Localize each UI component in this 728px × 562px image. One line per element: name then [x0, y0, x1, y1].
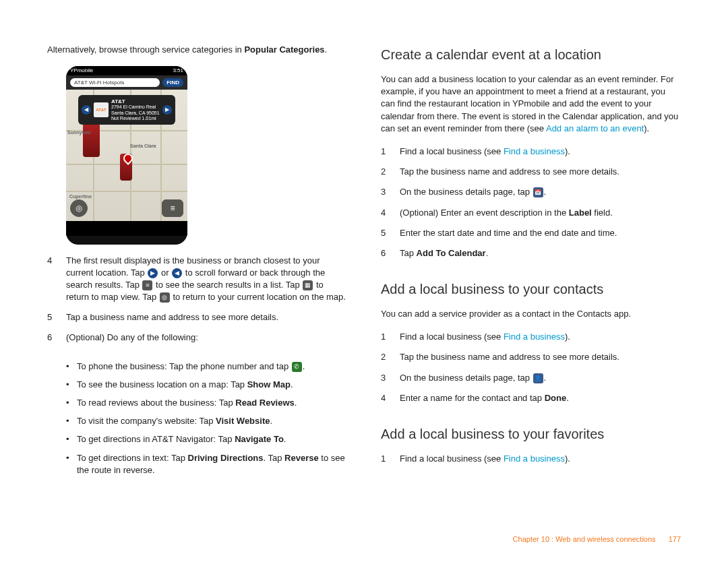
step-number: 3	[381, 186, 400, 198]
step-4: 4 The first result displayed is the busi…	[47, 255, 347, 304]
bullet-map: To see the business location on a map: T…	[66, 379, 347, 391]
bottom-tabs	[66, 221, 187, 236]
left-column: Alternatively, browse through service ca…	[47, 44, 347, 535]
step-number: 4	[47, 255, 66, 304]
status-app: YPmobile	[70, 67, 93, 73]
step-number: 1	[381, 331, 400, 343]
link-find-business[interactable]: Find a business	[504, 146, 565, 156]
intro-paragraph: Alternatively, browse through service ca…	[47, 44, 347, 56]
search-input: AT&T Wi-Fi Hotspots	[70, 78, 160, 87]
popup-meta: Not Reviewed 1.01mi	[111, 116, 160, 121]
step-6: 6 (Optional) Do any of the following:	[47, 332, 347, 344]
fav-step-1: 1 Find a local business (see Find a busi…	[381, 453, 681, 465]
step-text: Enter a name for the contact and tap Don…	[400, 392, 681, 404]
step-text: (Optional) Do any of the following:	[66, 332, 347, 344]
step-text: Find a local business (see Find a busine…	[400, 331, 681, 343]
con-step-3: 3 On the business details page, tap 👤.	[381, 372, 681, 384]
find-button: FIND	[162, 78, 183, 87]
step-text: On the business details page, tap 📅.	[400, 186, 681, 198]
step-text: Tap Add To Calendar.	[400, 247, 681, 259]
link-find-business[interactable]: Find a business	[504, 332, 565, 342]
cal-step-6: 6 Tap Add To Calendar.	[381, 247, 681, 259]
con-step-4: 4 Enter a name for the contact and tap D…	[381, 392, 681, 404]
city-label: Santa Clara	[130, 144, 156, 148]
step-text: Tap a business name and address to see m…	[66, 311, 347, 323]
contact-icon: 👤	[533, 373, 543, 383]
step-text: Find a local business (see Find a busine…	[400, 146, 681, 158]
status-time: 3:51	[173, 67, 183, 73]
heading-favorites: Add a local business to your favorites	[381, 426, 681, 442]
bullet-directions: To get directions in text: Tap Driving D…	[66, 452, 347, 476]
highway-shield	[83, 123, 100, 157]
cal-step-2: 2 Tap the business name and address to s…	[381, 166, 681, 178]
phone-screenshot: YPmobile 3:51 AT&T Wi-Fi Hotspots FIND ◀…	[66, 66, 187, 245]
page-number: 177	[669, 535, 681, 543]
prev-arrow-icon: ◀	[82, 105, 91, 115]
calendar-icon: 📅	[533, 187, 543, 197]
city-label: Cupertino	[69, 194, 92, 199]
map-controls: ◎ ≡	[70, 199, 183, 217]
locate-icon: ◎	[70, 199, 88, 217]
chapter-label: Chapter 10 : Web and wireless connection…	[513, 535, 656, 543]
map-popup: ◀ AT&T AT&T 2794 El Camino Real Santa Cl…	[78, 95, 175, 125]
search-bar: AT&T Wi-Fi Hotspots FIND	[66, 75, 187, 90]
step-number: 1	[381, 146, 400, 158]
back-icon: ◀	[172, 268, 182, 278]
step-number: 2	[381, 166, 400, 178]
step-number: 5	[47, 311, 66, 323]
page-footer: Chapter 10 : Web and wireless connection…	[513, 535, 681, 543]
right-column: Create a calendar event at a location Yo…	[381, 44, 681, 535]
list-icon: ≡	[162, 199, 183, 217]
step-text: Enter the start date and time and the en…	[400, 227, 681, 239]
map-icon: ▦	[303, 280, 313, 290]
next-arrow-icon: ▶	[162, 105, 172, 115]
cal-step-5: 5 Enter the start date and time and the …	[381, 227, 681, 239]
step-number: 4	[381, 392, 400, 404]
intro-bold: Popular Categories	[244, 44, 324, 55]
step-text: Find a local business (see Find a busine…	[400, 453, 681, 465]
forward-icon: ▶	[148, 268, 158, 278]
intro-pre: Alternatively, browse through service ca…	[47, 44, 244, 55]
step-number: 6	[47, 332, 66, 344]
heading-calendar: Create a calendar event at a location	[381, 46, 681, 63]
intro-post: .	[325, 44, 328, 55]
status-bar: YPmobile 3:51	[66, 66, 187, 75]
step-text: The first result displayed is the busine…	[66, 255, 347, 304]
step-number: 2	[381, 351, 400, 363]
list-icon: ≡	[142, 280, 152, 290]
popup-brand: AT&T	[111, 98, 160, 105]
calendar-intro: You can add a business location to your …	[381, 73, 681, 135]
map-area: ◀ AT&T AT&T 2794 El Camino Real Santa Cl…	[66, 90, 187, 221]
step-number: 3	[381, 372, 400, 384]
step-5: 5 Tap a business name and address to see…	[47, 311, 347, 323]
step-number: 6	[381, 247, 400, 259]
step-text: (Optional) Enter an event description in…	[400, 207, 681, 219]
bullet-list: To phone the business: Tap the phone num…	[47, 361, 347, 482]
step-number: 5	[381, 227, 400, 239]
contacts-intro: You can add a service provider as a cont…	[381, 308, 681, 320]
cal-step-4: 4 (Optional) Enter an event description …	[381, 207, 681, 219]
bullet-website: To visit the company's website: Tap Visi…	[66, 415, 347, 427]
cal-step-3: 3 On the business details page, tap 📅.	[381, 186, 681, 198]
popup-addr1: 2794 El Camino Real	[111, 104, 160, 110]
phone-icon: ✆	[292, 362, 302, 372]
cal-step-1: 1 Find a local business (see Find a busi…	[381, 146, 681, 158]
popup-addr2: Santa Clara, CA 95051	[111, 111, 160, 116]
city-label: Sunnyvale	[67, 130, 91, 135]
popup-text: AT&T 2794 El Camino Real Santa Clara, CA…	[111, 98, 160, 122]
popup-logo: AT&T	[94, 102, 109, 117]
step-text: On the business details page, tap 👤.	[400, 372, 681, 384]
bullet-navigate: To get directions in AT&T Navigator: Tap…	[66, 433, 347, 445]
step-number: 1	[381, 453, 400, 465]
step-text: Tap the business name and address to see…	[400, 351, 681, 363]
locate-icon: ◎	[160, 292, 170, 303]
bullet-reviews: To read reviews about the business: Tap …	[66, 397, 347, 409]
link-find-business[interactable]: Find a business	[504, 454, 565, 464]
bullet-phone: To phone the business: Tap the phone num…	[66, 361, 347, 373]
con-step-1: 1 Find a local business (see Find a busi…	[381, 331, 681, 343]
link-add-alarm[interactable]: Add an alarm to an event	[546, 123, 644, 133]
step-number: 4	[381, 207, 400, 219]
con-step-2: 2 Tap the business name and address to s…	[381, 351, 681, 363]
heading-contacts: Add a local business to your contacts	[381, 281, 681, 297]
step-text: Tap the business name and address to see…	[400, 166, 681, 178]
